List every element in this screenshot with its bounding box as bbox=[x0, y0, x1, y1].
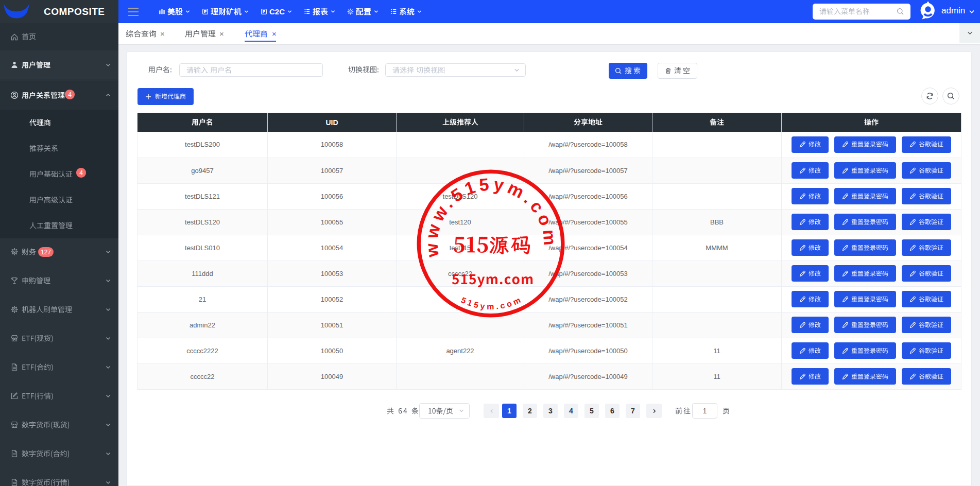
svg-text:515ym.com: 515ym.com bbox=[460, 294, 524, 311]
svg-text:www.515ym.com: www.515ym.com bbox=[421, 174, 560, 258]
